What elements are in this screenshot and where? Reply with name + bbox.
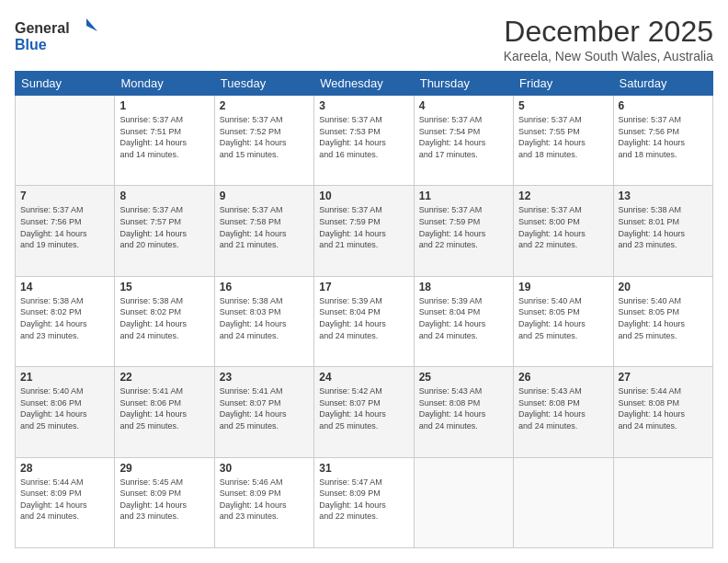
- cell-info: Sunrise: 5:37 AM Sunset: 7:55 PM Dayligh…: [518, 114, 608, 160]
- cell-info: Sunrise: 5:39 AM Sunset: 8:04 PM Dayligh…: [319, 295, 408, 341]
- cell-info: Sunrise: 5:37 AM Sunset: 7:59 PM Dayligh…: [419, 204, 508, 250]
- day-number: 15: [119, 281, 209, 293]
- cell-info: Sunrise: 5:40 AM Sunset: 8:05 PM Dayligh…: [619, 295, 708, 341]
- calendar-cell: 9Sunrise: 5:37 AM Sunset: 7:58 PM Daylig…: [214, 186, 313, 276]
- cell-info: Sunrise: 5:47 AM Sunset: 8:09 PM Dayligh…: [319, 477, 408, 523]
- calendar-cell: 16Sunrise: 5:38 AM Sunset: 8:03 PM Dayli…: [214, 276, 313, 366]
- cell-info: Sunrise: 5:37 AM Sunset: 7:56 PM Dayligh…: [619, 114, 708, 160]
- day-number: 9: [220, 190, 309, 202]
- cell-info: Sunrise: 5:41 AM Sunset: 8:06 PM Dayligh…: [119, 385, 209, 431]
- col-header-tuesday: Tuesday: [214, 72, 313, 96]
- day-number: 24: [319, 371, 408, 384]
- day-number: 17: [319, 281, 408, 293]
- day-number: 20: [619, 281, 708, 293]
- cell-info: Sunrise: 5:39 AM Sunset: 8:04 PM Dayligh…: [419, 295, 508, 341]
- calendar-cell: 18Sunrise: 5:39 AM Sunset: 8:04 PM Dayli…: [414, 276, 513, 366]
- calendar-cell: 6Sunrise: 5:37 AM Sunset: 7:56 PM Daylig…: [613, 96, 712, 186]
- cell-info: Sunrise: 5:40 AM Sunset: 8:05 PM Dayligh…: [518, 295, 608, 341]
- day-number: 14: [20, 281, 109, 293]
- calendar-cell: 23Sunrise: 5:41 AM Sunset: 8:07 PM Dayli…: [214, 367, 313, 457]
- day-number: 29: [119, 462, 209, 475]
- calendar-cell: 3Sunrise: 5:37 AM Sunset: 7:53 PM Daylig…: [314, 96, 414, 186]
- col-header-monday: Monday: [115, 72, 214, 96]
- calendar-cell: 29Sunrise: 5:45 AM Sunset: 8:09 PM Dayli…: [115, 457, 214, 547]
- day-number: 8: [119, 190, 209, 202]
- cell-info: Sunrise: 5:46 AM Sunset: 8:09 PM Dayligh…: [220, 477, 309, 523]
- day-number: 18: [419, 281, 508, 293]
- calendar-week-row: 1Sunrise: 5:37 AM Sunset: 7:51 PM Daylig…: [16, 96, 713, 186]
- title-block: December 2025 Kareela, New South Wales, …: [504, 15, 713, 63]
- calendar-cell: 24Sunrise: 5:42 AM Sunset: 8:07 PM Dayli…: [314, 367, 414, 457]
- calendar-cell: [514, 457, 613, 547]
- cell-info: Sunrise: 5:37 AM Sunset: 7:51 PM Dayligh…: [119, 114, 209, 160]
- cell-info: Sunrise: 5:40 AM Sunset: 8:06 PM Dayligh…: [20, 385, 109, 431]
- day-number: 6: [619, 99, 708, 112]
- day-number: 7: [20, 190, 109, 202]
- calendar-cell: 7Sunrise: 5:37 AM Sunset: 7:56 PM Daylig…: [16, 186, 115, 276]
- day-number: 26: [518, 371, 608, 384]
- calendar-cell: 11Sunrise: 5:37 AM Sunset: 7:59 PM Dayli…: [414, 186, 513, 276]
- col-header-friday: Friday: [514, 72, 613, 96]
- cell-info: Sunrise: 5:43 AM Sunset: 8:08 PM Dayligh…: [419, 385, 508, 431]
- col-header-sunday: Sunday: [16, 72, 115, 96]
- calendar-cell: 28Sunrise: 5:44 AM Sunset: 8:09 PM Dayli…: [16, 457, 115, 547]
- day-number: 21: [20, 371, 109, 384]
- calendar-cell: 19Sunrise: 5:40 AM Sunset: 8:05 PM Dayli…: [514, 276, 613, 366]
- day-number: 11: [419, 190, 508, 202]
- day-number: 2: [220, 99, 309, 112]
- calendar-cell: 25Sunrise: 5:43 AM Sunset: 8:08 PM Dayli…: [414, 367, 513, 457]
- day-number: 4: [419, 99, 508, 112]
- location: Kareela, New South Wales, Australia: [504, 49, 713, 63]
- calendar-cell: 2Sunrise: 5:37 AM Sunset: 7:52 PM Daylig…: [214, 96, 313, 186]
- cell-info: Sunrise: 5:37 AM Sunset: 7:59 PM Dayligh…: [319, 204, 408, 250]
- calendar-cell: 5Sunrise: 5:37 AM Sunset: 7:55 PM Daylig…: [514, 96, 613, 186]
- cell-info: Sunrise: 5:41 AM Sunset: 8:07 PM Dayligh…: [220, 385, 309, 431]
- svg-text:Blue: Blue: [15, 37, 47, 52]
- svg-text:General: General: [15, 20, 70, 36]
- day-number: 23: [220, 371, 309, 384]
- day-number: 25: [419, 371, 508, 384]
- calendar-cell: 15Sunrise: 5:38 AM Sunset: 8:02 PM Dayli…: [115, 276, 214, 366]
- day-number: 19: [518, 281, 608, 293]
- cell-info: Sunrise: 5:37 AM Sunset: 7:53 PM Dayligh…: [319, 114, 408, 160]
- cell-info: Sunrise: 5:44 AM Sunset: 8:09 PM Dayligh…: [20, 477, 109, 523]
- cell-info: Sunrise: 5:37 AM Sunset: 7:56 PM Dayligh…: [20, 204, 109, 250]
- calendar-cell: 22Sunrise: 5:41 AM Sunset: 8:06 PM Dayli…: [115, 367, 214, 457]
- calendar-cell: 20Sunrise: 5:40 AM Sunset: 8:05 PM Dayli…: [613, 276, 712, 366]
- day-number: 5: [518, 99, 608, 112]
- cell-info: Sunrise: 5:38 AM Sunset: 8:02 PM Dayligh…: [20, 295, 109, 341]
- calendar-cell: 1Sunrise: 5:37 AM Sunset: 7:51 PM Daylig…: [115, 96, 214, 186]
- calendar-cell: 31Sunrise: 5:47 AM Sunset: 8:09 PM Dayli…: [314, 457, 414, 547]
- calendar-cell: 17Sunrise: 5:39 AM Sunset: 8:04 PM Dayli…: [314, 276, 414, 366]
- page: General Blue December 2025 Kareela, New …: [0, 0, 728, 563]
- calendar-cell: 27Sunrise: 5:44 AM Sunset: 8:08 PM Dayli…: [613, 367, 712, 457]
- svg-marker-2: [86, 18, 97, 31]
- day-number: 16: [220, 281, 309, 293]
- cell-info: Sunrise: 5:37 AM Sunset: 7:52 PM Dayligh…: [220, 114, 309, 160]
- calendar-cell: 4Sunrise: 5:37 AM Sunset: 7:54 PM Daylig…: [414, 96, 513, 186]
- calendar-week-row: 28Sunrise: 5:44 AM Sunset: 8:09 PM Dayli…: [16, 457, 713, 547]
- cell-info: Sunrise: 5:43 AM Sunset: 8:08 PM Dayligh…: [518, 385, 608, 431]
- calendar-cell: [414, 457, 513, 547]
- day-number: 22: [119, 371, 209, 384]
- calendar-week-row: 14Sunrise: 5:38 AM Sunset: 8:02 PM Dayli…: [16, 276, 713, 366]
- day-number: 10: [319, 190, 408, 202]
- calendar-cell: 8Sunrise: 5:37 AM Sunset: 7:57 PM Daylig…: [115, 186, 214, 276]
- day-number: 13: [619, 190, 708, 202]
- calendar-header-row: SundayMondayTuesdayWednesdayThursdayFrid…: [16, 72, 713, 96]
- col-header-saturday: Saturday: [613, 72, 712, 96]
- calendar-cell: 12Sunrise: 5:37 AM Sunset: 8:00 PM Dayli…: [514, 186, 613, 276]
- col-header-thursday: Thursday: [414, 72, 513, 96]
- calendar-cell: 21Sunrise: 5:40 AM Sunset: 8:06 PM Dayli…: [16, 367, 115, 457]
- calendar-cell: 26Sunrise: 5:43 AM Sunset: 8:08 PM Dayli…: [514, 367, 613, 457]
- cell-info: Sunrise: 5:38 AM Sunset: 8:01 PM Dayligh…: [619, 204, 708, 250]
- header: General Blue December 2025 Kareela, New …: [15, 15, 713, 63]
- day-number: 31: [319, 462, 408, 475]
- cell-info: Sunrise: 5:38 AM Sunset: 8:03 PM Dayligh…: [220, 295, 309, 341]
- day-number: 1: [119, 99, 209, 112]
- calendar-cell: [613, 457, 712, 547]
- calendar-week-row: 7Sunrise: 5:37 AM Sunset: 7:56 PM Daylig…: [16, 186, 713, 276]
- cell-info: Sunrise: 5:37 AM Sunset: 8:00 PM Dayligh…: [518, 204, 608, 250]
- calendar-cell: [16, 96, 115, 186]
- calendar-cell: 30Sunrise: 5:46 AM Sunset: 8:09 PM Dayli…: [214, 457, 313, 547]
